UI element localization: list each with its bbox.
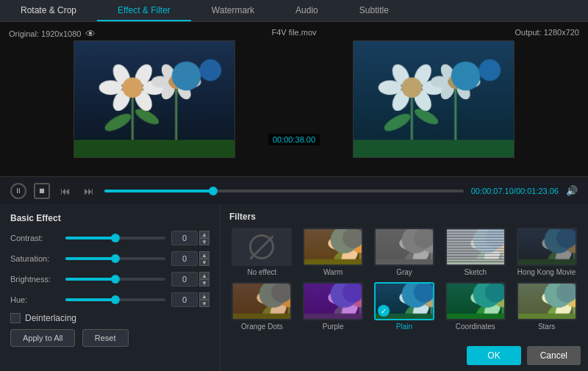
tab-rotate-crop[interactable]: Rotate & Crop xyxy=(0,0,97,21)
output-preview xyxy=(353,40,514,158)
saturation-spinner: ▲ ▼ xyxy=(199,251,209,266)
brightness-thumb[interactable] xyxy=(111,275,120,284)
contrast-thumb[interactable] xyxy=(111,234,120,242)
progress-thumb[interactable] xyxy=(209,187,218,195)
filter-item-purple[interactable]: Purple xyxy=(301,282,366,331)
contrast-down[interactable]: ▼ xyxy=(199,238,209,245)
volume-icon[interactable]: 🔊 xyxy=(566,185,578,196)
reset-button[interactable]: Reset xyxy=(82,329,129,347)
filter-thumb-coordinates xyxy=(445,282,506,320)
apply-all-button[interactable]: Apply to All xyxy=(10,329,75,347)
filter-item-no-effect[interactable]: No effect xyxy=(229,228,295,276)
deinterlacing-checkbox[interactable] xyxy=(10,313,21,323)
contrast-up[interactable]: ▲ xyxy=(199,231,209,238)
filter-name-purple: Purple xyxy=(323,323,344,331)
playback-bar: ⏸ ⏹ ⏮ ⏭ 00:00:07.10/00:01:23.06 🔊 xyxy=(0,176,588,204)
saturation-slider[interactable] xyxy=(65,257,165,260)
progress-track[interactable] xyxy=(104,190,464,192)
filter-item-stars[interactable]: Stars xyxy=(514,282,579,331)
saturation-thumb[interactable] xyxy=(111,254,120,263)
filter-thumb-purple xyxy=(303,282,363,320)
filter-thumb-sketch xyxy=(445,228,506,266)
filter-name-sketch: Sketch xyxy=(465,268,487,276)
left-controls: Basic Effect Contrast: 0 ▲ ▼ Saturation: xyxy=(0,204,220,371)
filter-name-no-effect: No effect xyxy=(247,268,276,276)
original-preview xyxy=(74,40,235,158)
output-label: Output: 1280x720 xyxy=(515,28,579,37)
filter-thumb-no-effect xyxy=(232,228,292,266)
next-button[interactable]: ⏭ xyxy=(81,183,97,199)
filter-selected-icon: ✓ xyxy=(378,305,390,317)
ok-button[interactable]: OK xyxy=(467,346,520,365)
action-buttons: Apply to All Reset xyxy=(10,329,209,347)
preview-area: Original: 1920x1080 👁 F4V file.mov Outpu… xyxy=(0,22,588,176)
tab-effect-filter[interactable]: Effect & Filter xyxy=(97,0,191,21)
saturation-down[interactable]: ▼ xyxy=(199,259,209,266)
cancel-button[interactable]: Cancel xyxy=(527,346,581,365)
filter-name-gray: Gray xyxy=(396,268,412,276)
filter-name-coordinates: Coordinates xyxy=(456,323,495,331)
filter-item-plain[interactable]: ✓Plain xyxy=(372,282,437,331)
contrast-input[interactable]: 0 xyxy=(171,231,198,245)
filter-name-orangedots: Orange Dots xyxy=(241,323,283,331)
filter-item-hongkong[interactable]: Hong Kong Movie xyxy=(514,228,579,276)
current-time: 00:00:07.10 xyxy=(471,187,514,195)
hue-up[interactable]: ▲ xyxy=(199,292,209,300)
contrast-slider[interactable] xyxy=(65,237,165,239)
tab-audio[interactable]: Audio xyxy=(275,0,339,21)
tab-watermark[interactable]: Watermark xyxy=(191,0,275,21)
hue-down[interactable]: ▼ xyxy=(199,300,209,307)
prev-button[interactable]: ⏮ xyxy=(57,183,74,199)
eye-icon[interactable]: 👁 xyxy=(85,28,96,40)
contrast-row: Contrast: 0 ▲ ▼ xyxy=(10,231,209,245)
original-label: Original: 1920x1080 👁 xyxy=(9,28,96,40)
hue-slider[interactable] xyxy=(65,298,165,301)
deinterlacing-label: Deinterlacing xyxy=(25,313,76,323)
footer-bar: OK Cancel xyxy=(459,340,588,371)
brightness-down[interactable]: ▼ xyxy=(199,279,209,287)
original-resolution: Original: 1920x1080 xyxy=(9,29,81,38)
timestamp-overlay: 00:00:38.00 xyxy=(268,134,320,145)
saturation-input[interactable] xyxy=(171,251,198,266)
hue-fill xyxy=(65,298,115,301)
play-pause-button[interactable]: ⏸ xyxy=(10,183,26,199)
brightness-label: Brightness: xyxy=(10,275,65,284)
tab-bar: Rotate & Crop Effect & Filter Watermark … xyxy=(0,0,588,22)
file-label: F4V file.mov xyxy=(271,28,316,37)
filter-item-coordinates[interactable]: Coordinates xyxy=(442,282,508,331)
filter-item-orangedots[interactable]: Orange Dots xyxy=(229,282,295,331)
filter-thumb-stars xyxy=(517,282,577,320)
time-display: 00:00:07.10/00:01:23.06 xyxy=(471,187,559,195)
brightness-fill xyxy=(65,278,115,281)
filter-item-gray[interactable]: Gray xyxy=(372,228,437,276)
brightness-row: Brightness: ▲ ▼ xyxy=(10,272,209,287)
filter-thumb-hongkong xyxy=(517,228,577,266)
hue-spinner: ▲ ▼ xyxy=(199,292,209,307)
saturation-up[interactable]: ▲ xyxy=(199,251,209,259)
filter-item-warm[interactable]: Warm xyxy=(301,228,366,276)
filters-title: Filters xyxy=(229,212,579,222)
filter-name-hongkong: Hong Kong Movie xyxy=(517,268,576,276)
saturation-label: Saturation: xyxy=(10,254,65,263)
hue-label: Hue: xyxy=(10,295,65,304)
brightness-input[interactable] xyxy=(171,272,198,287)
brightness-up[interactable]: ▲ xyxy=(199,272,209,279)
filter-thumb-gray xyxy=(374,228,434,266)
filter-name-warm: Warm xyxy=(323,268,343,276)
stop-button[interactable]: ⏹ xyxy=(34,183,50,199)
total-time: 00:01:23.06 xyxy=(516,187,559,195)
filter-thumb-orangedots xyxy=(232,282,292,320)
tab-subtitle[interactable]: Subtitle xyxy=(339,0,409,21)
progress-fill xyxy=(104,190,212,192)
contrast-spinner: ▲ ▼ xyxy=(199,231,209,245)
hue-row: Hue: ▲ ▼ xyxy=(10,292,209,307)
saturation-row: Saturation: ▲ ▼ xyxy=(10,251,209,266)
hue-thumb[interactable] xyxy=(111,295,120,304)
deinterlacing-row: Deinterlacing xyxy=(10,313,209,323)
filter-name-stars: Stars xyxy=(538,323,555,331)
brightness-slider[interactable] xyxy=(65,278,165,281)
saturation-fill xyxy=(65,257,115,260)
contrast-label: Contrast: xyxy=(10,234,65,242)
filter-item-sketch[interactable]: Sketch xyxy=(442,228,508,276)
hue-input[interactable] xyxy=(171,292,198,307)
